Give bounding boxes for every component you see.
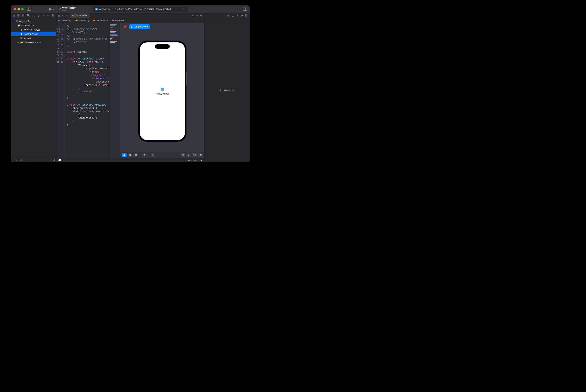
device-screen: 🌐 Hello, world! [140, 42, 185, 140]
device-icon: ▯ [115, 8, 116, 10]
project-navigator-tab[interactable]: ▤ [13, 14, 15, 17]
scm-filter-button[interactable]: ☐ [53, 158, 55, 161]
jump-segment[interactable]: WhyNotTry [61, 19, 71, 22]
editor-split: 1 2 3 4 5 6 7 8 9 10 11 12 13 14 15 16 1… [56, 23, 204, 158]
zoom-out-button[interactable]: –🔍 [181, 153, 185, 157]
tree-row-file[interactable]: ◆ WhyNotTryApp [11, 28, 56, 32]
source-editor[interactable]: 1 2 3 4 5 6 7 8 9 10 11 12 13 14 15 16 1… [56, 23, 120, 158]
tree-row-project[interactable]: ▾ ▦ WhyNotTry [11, 19, 56, 23]
navigator: ▤ ☰ ☷ 🔍 △ ◇ ⌖ ▭ ☲ ▾ ▦ WhyNotTry ▾ 📁 [11, 13, 56, 162]
toggle-navigator-button[interactable] [27, 8, 32, 11]
assets-icon: ▣ [20, 37, 23, 40]
activity-view[interactable]: ▦ WhyNotTry 〉 ▯ iPhone 14 Pro WhyNotTry:… [93, 6, 188, 12]
jump-segment[interactable]: No Selection [112, 19, 124, 22]
swift-file-icon: ◆ [93, 19, 95, 22]
globe-icon: 🌐 [161, 88, 164, 91]
symbol-navigator-tab[interactable]: ☷ [22, 14, 25, 17]
close-window-button[interactable] [14, 8, 16, 10]
run-button[interactable]: ▶ ⌄ [50, 7, 54, 11]
minimize-window-button[interactable] [18, 8, 20, 10]
accessibility-inspector-tab[interactable]: ◎ [241, 14, 243, 17]
jump-segment[interactable]: ContentView [96, 19, 108, 22]
zoom-in-button[interactable]: +🔍 [198, 153, 203, 157]
window-controls [14, 8, 24, 10]
folder-icon: 📁 [20, 41, 23, 44]
jump-bar[interactable]: ▦ WhyNotTry 〉 📁 WhyNotTry 〉 ◆ ContentVie… [56, 18, 204, 23]
editor-tab[interactable]: ◆ ContentView [70, 13, 91, 18]
selectable-preview-button[interactable]: ▣ [128, 153, 132, 157]
add-target-button[interactable]: + [182, 7, 184, 11]
preview-text: Hello, world! [156, 92, 169, 95]
chat-icon[interactable]: 💬 [58, 159, 61, 162]
tree-row-assets[interactable]: ▣ Assets [11, 36, 56, 40]
find-navigator-tab[interactable]: 🔍 [27, 14, 30, 17]
canvas-bottom-bar: ◉ ▣ ▦ ⚙ ◎ –🔍 ⤢ 1:1 +🔍 [120, 152, 204, 158]
live-preview-button[interactable]: ◉ [122, 153, 127, 157]
device-settings-button[interactable]: ⚙ [142, 153, 147, 157]
help-inspector-tab[interactable]: ? [237, 14, 238, 17]
play-icon: ▶ [50, 7, 52, 11]
chevron-down-icon: ⌄ [53, 8, 54, 10]
swift-file-icon: ◆ [72, 14, 74, 17]
zoom-window-button[interactable] [21, 8, 24, 10]
main-body: ▤ ☰ ☷ 🔍 △ ◇ ⌖ ▭ ☲ ▾ ▦ WhyNotTry ▾ 📁 [11, 13, 250, 162]
issue-navigator-tab[interactable]: △ [32, 14, 35, 17]
tree-label: Assets [24, 37, 31, 40]
scheme-name: WhyNotTry [62, 6, 76, 9]
zoom-actual-button[interactable]: 1:1 [192, 153, 197, 157]
related-items-button[interactable]: ▦ [58, 14, 60, 17]
navigator-filter-bar: + ⊞ ◷ ☐ [11, 157, 56, 162]
build-status: WhyNotTry: Ready | Today at 18:44 [134, 8, 171, 10]
pin-preview-button[interactable]: 📌 [123, 24, 127, 29]
line-number-gutter: 1 2 3 4 5 6 7 8 9 10 11 12 13 14 15 16 1… [56, 23, 65, 158]
editor-area: ▦ ‹ › ◆ ContentView ⟲ ≣ ⊞ ▦ WhyNotTry [56, 13, 204, 162]
tree-row-group[interactable]: ▸ 📁 Preview Content [11, 40, 56, 44]
swift-file-icon: ◆ [20, 32, 23, 35]
dynamic-island [155, 44, 170, 48]
nav-forward-button[interactable]: › [65, 14, 68, 17]
breakpoint-navigator-tab[interactable]: ▭ [47, 14, 50, 17]
preview-options-button[interactable]: ◎ [151, 153, 155, 157]
disclosure-triangle-icon[interactable]: ▸ [17, 42, 19, 44]
toggle-inspector-button[interactable] [243, 8, 247, 11]
tree-row-file-selected[interactable]: ◆ ContentView [11, 32, 56, 36]
add-file-button[interactable]: + [12, 158, 14, 162]
refresh-preview-button[interactable]: ⟲ [192, 14, 194, 17]
zoom-fit-button[interactable]: ⤢ [186, 153, 191, 157]
add-editor-button[interactable]: ⊞ [200, 14, 202, 17]
titlebar-right [204, 8, 250, 11]
preview-selector[interactable]: ▢ Content View [129, 24, 150, 29]
canvas-toolbar: 📌 ▢ Content View [120, 23, 204, 30]
code-content[interactable]: // // ContentView.swift // WhyNotTry // … [65, 23, 109, 158]
titlebar-left: ▶ ⌄ [11, 7, 56, 11]
file-inspector-tab[interactable]: 🗎 [227, 14, 230, 17]
titlebar: ▶ ⌄ ⎇ WhyNotTry main ▦ WhyNotTry 〉 ▯ iPh… [11, 6, 250, 13]
preview-canvas: 📌 ▢ Content View [120, 23, 204, 158]
nav-back-button[interactable]: ‹ [61, 14, 64, 17]
canvas-body[interactable]: 🌐 Hello, world! [120, 30, 204, 152]
debug-navigator-tab[interactable]: ⌖ [42, 14, 45, 17]
disclosure-triangle-icon[interactable]: ▾ [12, 20, 14, 22]
editor-options-button[interactable]: ≣ [196, 14, 198, 17]
report-navigator-tab[interactable]: ☲ [52, 14, 55, 17]
folder-icon: 📁 [75, 19, 78, 22]
attributes-inspector-tab[interactable]: ☲ [245, 14, 248, 17]
preview-name: Content View [135, 25, 148, 28]
minimap[interactable] [109, 23, 120, 158]
source-control-navigator-tab[interactable]: ☰ [17, 14, 20, 17]
chevron-right-icon: 〉 [72, 19, 74, 22]
tree-row-group[interactable]: ▾ 📁 WhyNotTry [11, 23, 56, 28]
test-navigator-tab[interactable]: ◇ [38, 14, 40, 17]
inspector: 🗎 ◷ ? ◎ ☲ No Selection [204, 13, 250, 162]
history-inspector-tab[interactable]: ◷ [232, 14, 234, 17]
tree-label: WhyNotTry [19, 20, 31, 23]
scheme-selector[interactable]: ⎇ WhyNotTry main [56, 6, 77, 13]
variants-button[interactable]: ▦ [134, 153, 138, 157]
jump-segment[interactable]: WhyNotTry [79, 19, 89, 22]
filter-scope-button[interactable]: ⊞ [15, 158, 18, 161]
canvas-toggle-icon[interactable]: ▣ [200, 159, 202, 162]
recent-filter-button[interactable]: ◷ [50, 158, 52, 161]
navigator-filter-input[interactable] [19, 159, 49, 161]
disclosure-triangle-icon[interactable]: ▾ [15, 24, 17, 26]
cursor-position: Line: 1 Col: 1 [186, 159, 198, 162]
